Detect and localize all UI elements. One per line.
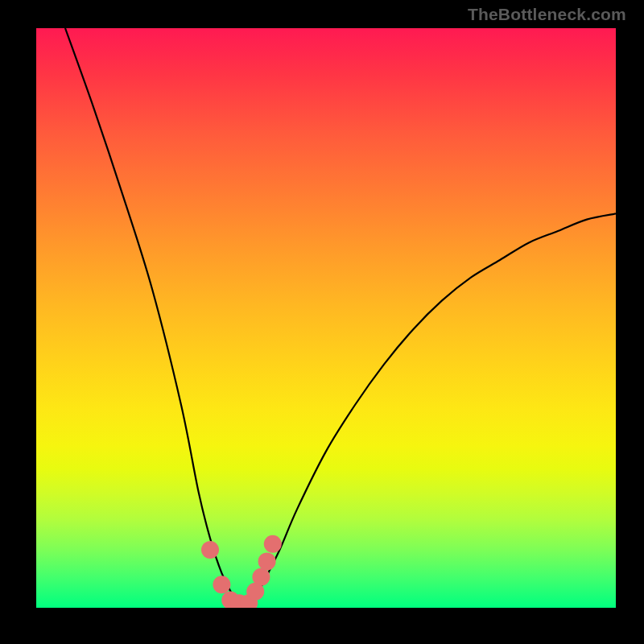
marker-point	[252, 568, 270, 586]
chart-frame: TheBottleneck.com	[0, 0, 644, 644]
watermark-text: TheBottleneck.com	[468, 5, 626, 24]
marker-point	[201, 541, 219, 559]
marker-point	[213, 576, 230, 593]
marker-point	[258, 552, 276, 570]
plot-area	[36, 28, 616, 608]
bottleneck-curve	[65, 28, 616, 602]
curve-layer	[36, 28, 616, 608]
marker-point	[264, 535, 282, 553]
